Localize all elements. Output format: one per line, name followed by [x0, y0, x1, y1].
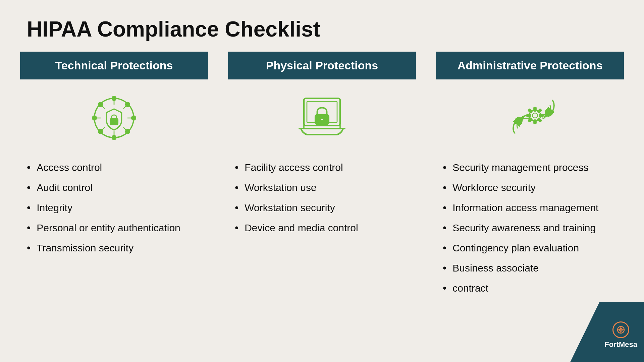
- technical-column: Technical Protections: [20, 52, 208, 304]
- administrative-icon: [500, 88, 560, 148]
- svg-line-12: [102, 128, 104, 130]
- list-item: Access control: [27, 160, 201, 175]
- administrative-header: Administrative Protections: [436, 52, 624, 79]
- page-title: HIPAA Compliance Checklist: [0, 0, 644, 52]
- technical-header: Technical Protections: [20, 52, 208, 79]
- svg-rect-27: [534, 108, 536, 111]
- svg-rect-32: [538, 109, 542, 113]
- administrative-icon-area: [436, 79, 624, 157]
- svg-point-1: [112, 97, 116, 100]
- physical-column: Physical Protections Facility access co: [228, 52, 416, 304]
- list-item: Workstation use: [235, 180, 409, 195]
- technical-icon-area: [20, 79, 208, 157]
- physical-icon: [292, 88, 352, 148]
- svg-point-18: [113, 121, 115, 122]
- list-item: Security management process: [443, 160, 617, 175]
- brand-logo-icon: [612, 321, 629, 338]
- list-item: Facility access control: [235, 160, 409, 175]
- brand-name: FortMesa: [604, 340, 637, 349]
- physical-items-list: Facility access control Workstation use …: [228, 157, 416, 244]
- list-item: Workstation security: [235, 200, 409, 216]
- svg-point-26: [533, 113, 538, 118]
- columns-container: Technical Protections: [0, 52, 644, 304]
- list-item: Business associate: [443, 260, 617, 276]
- svg-point-3: [132, 116, 136, 120]
- svg-line-10: [124, 106, 126, 108]
- list-item: Workforce security: [443, 180, 617, 195]
- svg-point-22: [321, 118, 324, 121]
- list-item: Device and media control: [235, 220, 409, 236]
- brand-badge: FortMesa: [570, 302, 644, 362]
- list-item: Integrity: [27, 200, 201, 216]
- svg-line-14: [124, 128, 126, 130]
- list-item: Transmission security: [27, 240, 201, 256]
- administrative-items-list: Security management process Workforce se…: [436, 157, 624, 304]
- svg-rect-28: [534, 120, 536, 124]
- brand-content: FortMesa: [604, 321, 637, 349]
- list-item: Security awareness and training: [443, 220, 617, 236]
- list-item: Audit control: [27, 180, 201, 195]
- administrative-column: Administrative Protections: [436, 52, 624, 304]
- list-item: Contingency plan evaluation: [443, 240, 617, 256]
- svg-rect-34: [538, 118, 542, 122]
- svg-rect-31: [528, 109, 532, 113]
- physical-icon-area: [228, 79, 416, 157]
- technical-items-list: Access control Audit control Integrity P…: [20, 157, 208, 264]
- svg-point-5: [93, 116, 96, 120]
- svg-point-15: [112, 136, 116, 139]
- list-item: contract: [443, 281, 617, 296]
- list-item: Information access management: [443, 200, 617, 216]
- svg-line-8: [102, 106, 104, 108]
- technical-icon: [84, 88, 144, 148]
- list-item: Personal or entity authentication: [27, 220, 201, 236]
- physical-header: Physical Protections: [228, 52, 416, 79]
- svg-rect-29: [527, 115, 531, 117]
